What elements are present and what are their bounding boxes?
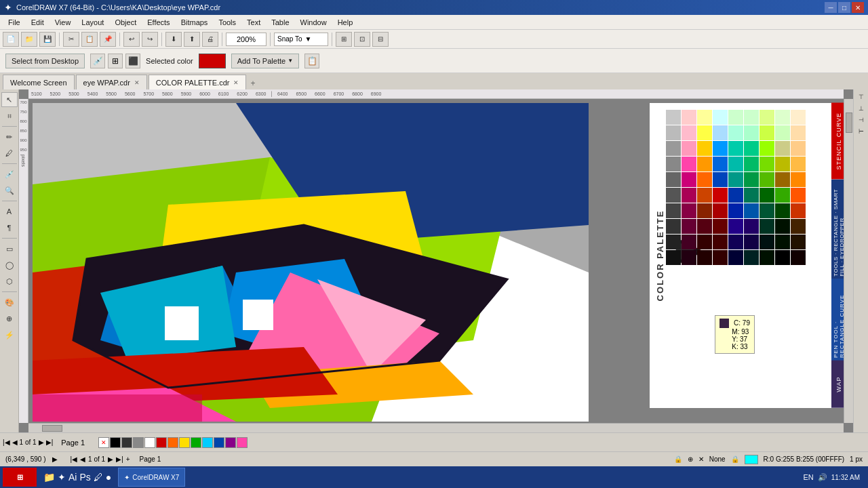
snap-dropdown-icon[interactable]: ▼ — [305, 35, 312, 43]
swatch-yellow[interactable] — [179, 437, 190, 448]
color-cell[interactable] — [760, 188, 774, 203]
color-cell[interactable] — [760, 219, 774, 234]
color-cell[interactable] — [760, 203, 774, 218]
add-to-palette-btn[interactable]: Add To Palette — [231, 54, 299, 68]
color-cell[interactable] — [728, 172, 743, 187]
swatch-orange[interactable] — [167, 437, 178, 448]
swatch-purple[interactable] — [225, 437, 236, 448]
color-cell[interactable] — [728, 219, 743, 234]
menu-bitmaps[interactable]: Bitmaps — [176, 17, 214, 28]
eyedropper-tool[interactable]: 💉 — [1, 167, 18, 182]
color-cell[interactable] — [744, 157, 759, 171]
eyedropper-icon[interactable]: 💉 — [90, 54, 105, 68]
color-cell[interactable] — [744, 203, 759, 218]
color-cell[interactable] — [791, 250, 806, 265]
tab-color-palette[interactable]: COLOR PALETTE.cdr ✕ — [149, 75, 247, 89]
page-next-icon[interactable]: ▶ — [108, 455, 113, 463]
color-cell[interactable] — [760, 250, 774, 265]
color-cell[interactable] — [760, 235, 774, 249]
swatch-dark[interactable] — [121, 437, 132, 448]
align-top-btn[interactable]: ⊤ — [857, 92, 865, 102]
color-cell[interactable] — [760, 125, 774, 140]
color-cell[interactable] — [682, 188, 696, 203]
color-cell[interactable] — [697, 157, 712, 171]
color-cell[interactable] — [728, 203, 743, 218]
color-cell[interactable] — [666, 203, 681, 218]
swatch-blue[interactable] — [214, 437, 224, 448]
color-cell[interactable] — [760, 141, 774, 156]
color-cell[interactable] — [666, 157, 681, 171]
color-cell[interactable] — [666, 219, 681, 234]
menu-object[interactable]: Object — [109, 17, 142, 28]
next-page-btn[interactable]: ▶ — [39, 439, 44, 446]
color-cell[interactable] — [682, 141, 696, 156]
page-prev-icon[interactable]: ◀ — [80, 455, 85, 463]
color-cell[interactable] — [713, 141, 728, 156]
page-last-icon[interactable]: ▶| — [116, 455, 123, 463]
color-cell[interactable] — [713, 172, 728, 187]
color-cell[interactable] — [744, 188, 759, 203]
cut-btn[interactable]: ✂ — [63, 32, 79, 47]
menu-help[interactable]: Help — [332, 17, 359, 28]
color-cell[interactable] — [713, 188, 728, 203]
blend-tool[interactable]: ⊕ — [1, 311, 18, 326]
color-cell[interactable] — [791, 125, 806, 140]
color-cell[interactable] — [791, 188, 806, 203]
start-button[interactable]: ⊞ — [3, 468, 37, 487]
scroll-thumb-h[interactable] — [42, 425, 62, 432]
rect-tool[interactable]: ▭ — [1, 241, 18, 256]
volume-icon[interactable]: 🔊 — [818, 473, 827, 482]
color-cell[interactable] — [791, 172, 806, 187]
tab-add-icon[interactable]: + — [248, 77, 258, 89]
fill-icon[interactable]: ⬛ — [125, 54, 140, 68]
select-from-desktop-btn[interactable]: Select from Desktop — [5, 54, 85, 68]
paste-btn[interactable]: 📌 — [100, 32, 116, 47]
fill-tool[interactable]: 🎨 — [1, 295, 18, 310]
open-btn[interactable]: 📁 — [21, 32, 37, 47]
color-cell[interactable] — [775, 188, 790, 203]
taskbar-illustrator[interactable]: Ai — [68, 472, 77, 483]
color-cell[interactable] — [775, 250, 790, 265]
zoom-input[interactable]: 200% — [226, 33, 267, 46]
color-cell[interactable] — [760, 110, 774, 125]
color-cell[interactable] — [713, 157, 728, 171]
color-cell[interactable] — [775, 141, 790, 156]
menu-edit[interactable]: Edit — [26, 17, 50, 28]
print-btn[interactable]: 🖨 — [202, 32, 218, 47]
view3-btn[interactable]: ⊟ — [372, 32, 389, 47]
color-cell[interactable] — [775, 110, 790, 125]
color-cell[interactable] — [682, 125, 696, 140]
color-cell[interactable] — [666, 110, 681, 125]
sample-icon[interactable]: ⊞ — [108, 54, 123, 68]
prev-page-btn[interactable]: ◀ — [12, 439, 18, 446]
color-cell[interactable] — [744, 125, 759, 140]
color-cell[interactable] — [666, 125, 681, 140]
tab-welcome[interactable]: Welcome Screen — [3, 75, 75, 89]
para-tool[interactable]: ¶ — [1, 220, 18, 235]
color-cell[interactable] — [728, 188, 743, 203]
smartdraw-tool[interactable]: 🖊 — [1, 146, 18, 161]
scroll-thumb-v[interactable] — [846, 113, 852, 133]
swatch-white[interactable] — [144, 437, 155, 448]
color-cell[interactable] — [728, 235, 743, 249]
undo-btn[interactable]: ↩ — [123, 32, 140, 47]
menu-file[interactable]: File — [3, 17, 26, 28]
play-icon[interactable]: ▶ — [52, 455, 58, 463]
color-cell[interactable] — [775, 172, 790, 187]
align-center-btn[interactable]: ⊥ — [857, 104, 865, 113]
color-cell[interactable] — [791, 235, 806, 249]
color-cell[interactable] — [713, 219, 728, 234]
tab-palette-close[interactable]: ✕ — [233, 79, 239, 86]
scrollbar-vertical[interactable] — [844, 99, 853, 423]
window-controls[interactable]: ─ □ ✕ — [825, 2, 864, 13]
taskbar-app6[interactable]: ● — [106, 472, 111, 483]
color-cell[interactable] — [713, 250, 728, 265]
interactive-tool[interactable]: ⚡ — [1, 327, 18, 342]
scrollbar-horizontal[interactable] — [28, 423, 844, 432]
menu-layout[interactable]: Layout — [76, 17, 109, 28]
color-cell[interactable] — [682, 235, 696, 249]
color-cell[interactable] — [791, 110, 806, 125]
maximize-btn[interactable]: □ — [838, 2, 850, 13]
taskbar-photoshop[interactable]: Ps — [79, 472, 90, 483]
color-cell[interactable] — [697, 219, 712, 234]
